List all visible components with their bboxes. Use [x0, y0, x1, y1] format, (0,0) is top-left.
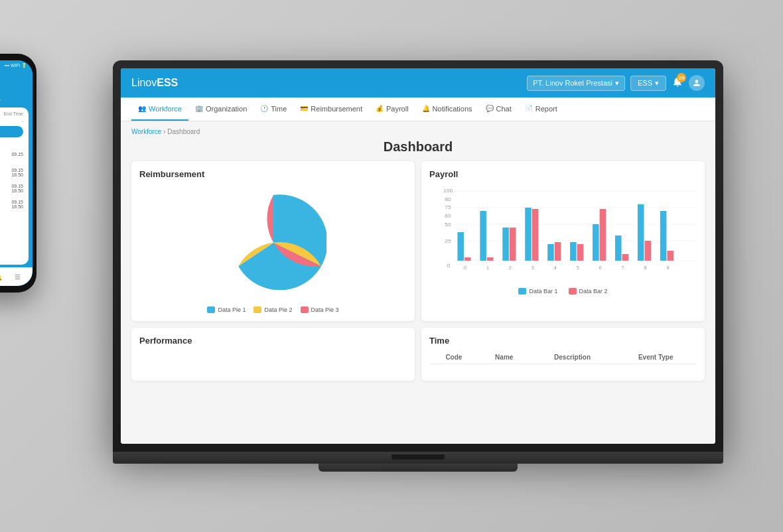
payroll-icon: 💰	[376, 105, 384, 112]
breadcrumb-parent[interactable]: Workforce	[131, 128, 161, 135]
pie2-color	[253, 306, 261, 313]
user-avatar[interactable]	[689, 75, 705, 91]
nav-chat[interactable]: 💬 Chat	[479, 98, 518, 121]
svg-rect-37	[645, 241, 652, 261]
attendance-item-2: 07 November 2021 Clock In09.15 Clock Out…	[0, 163, 23, 177]
phone-status-bar: 9:41 ▪▪▪ WiFi 🔋	[0, 60, 33, 71]
legend-pie-2: Data Pie 2	[253, 306, 292, 313]
svg-rect-39	[660, 211, 667, 261]
svg-text:4: 4	[554, 265, 557, 271]
col-event-type: Event Type	[614, 351, 697, 364]
pie3-color	[301, 306, 309, 313]
nav-reimbursement[interactable]: 💳 Reimbursement	[293, 98, 369, 121]
svg-text:75: 75	[445, 204, 451, 210]
phone-clock: 14.17	[0, 82, 27, 96]
chevron-down-icon-ess: ▾	[655, 79, 659, 88]
svg-text:0: 0	[464, 265, 466, 271]
menu-nav-icon[interactable]: ☰	[12, 271, 23, 282]
recent-attendance-label: Recent attendance	[0, 140, 23, 146]
dashboard-grid: Reimbursement	[131, 161, 705, 381]
svg-rect-19	[510, 228, 516, 261]
svg-rect-13	[464, 257, 471, 261]
main-content: Workforce › Dashboard Dashboard Reimburs…	[121, 121, 715, 444]
main-navigation: 👥 Workforce 🏢 Organization 🕐 Time 💳 Reim…	[121, 98, 715, 121]
svg-text:60: 60	[445, 213, 451, 219]
payroll-card: Payroll 100 80 75 60 50 25	[421, 161, 705, 321]
legend-pie-1: Data Pie 1	[207, 306, 246, 313]
svg-rect-33	[615, 235, 622, 261]
svg-text:8: 8	[644, 265, 646, 271]
legend-pie-3: Data Pie 3	[301, 306, 339, 313]
col-description: Description	[530, 351, 615, 364]
page-title: Dashboard	[131, 139, 705, 155]
nav-organization[interactable]: 🏢 Organization	[188, 98, 253, 121]
performance-title: Performance	[139, 336, 407, 346]
bar1-color	[518, 288, 526, 295]
svg-text:2: 2	[509, 265, 512, 271]
company-selector[interactable]: PT. Linov Roket Prestasi ▾	[527, 76, 625, 91]
org-icon: 🏢	[195, 105, 203, 112]
svg-text:7: 7	[622, 265, 624, 271]
pie-chart-container: Data Pie 1 Data Pie 2 Data Pie 3	[139, 184, 407, 313]
svg-rect-40	[667, 251, 674, 261]
svg-rect-16	[487, 257, 494, 261]
bar2-color	[569, 288, 577, 295]
nav-time[interactable]: 🕐 Time	[253, 98, 293, 121]
report-icon: 📄	[525, 105, 533, 112]
nav-report[interactable]: 📄 Report	[518, 98, 564, 121]
clock-in-button[interactable]: Clock In	[0, 126, 23, 137]
attendance-item-3: 06 November 2021 Clock In09.15 Clock Out…	[0, 179, 23, 193]
app-logo: LinovESS	[131, 77, 178, 89]
svg-text:5: 5	[577, 265, 579, 271]
notification-icon[interactable]: 29	[672, 76, 683, 90]
notification-badge: 29	[677, 73, 686, 82]
svg-rect-15	[480, 211, 486, 261]
bar-chart-container: 100 80 75 60 50 25 0	[429, 184, 697, 284]
nav-notifications[interactable]: 🔔 Notifications	[415, 98, 479, 121]
svg-text:3: 3	[532, 265, 534, 271]
pie-legend: Data Pie 1 Data Pie 2 Data Pie 3	[207, 306, 338, 313]
phone-attendance-header: Live Attendance	[0, 74, 27, 80]
bell-nav-icon[interactable]: 🔔	[0, 271, 3, 282]
svg-rect-34	[622, 254, 629, 261]
phone-bottom-nav: ⌂ 👤 ⏱ 🔔 ☰	[0, 267, 33, 286]
workforce-icon: 👥	[138, 105, 146, 112]
app-header: LinovESS PT. Linov Roket Prestasi ▾ ESS …	[121, 68, 715, 98]
reimbursement-card: Reimbursement	[131, 161, 415, 321]
phone-signal: ▪▪▪ WiFi 🔋	[5, 63, 27, 68]
end-time-val: -	[22, 119, 23, 123]
attendance-item-1: 08 November 2021 Clock In09.15 Clock Out	[0, 147, 23, 161]
breadcrumb-current: Dashboard	[167, 128, 200, 135]
nav-payroll[interactable]: 💰 Payroll	[369, 98, 415, 121]
phone-header: Live Attendance 14.17 Monday, 08 Nov 202…	[0, 71, 33, 105]
legend-bar-1: Data Bar 1	[518, 288, 557, 295]
time-table: Code Name Description Event Type	[429, 351, 697, 364]
svg-text:1: 1	[486, 265, 489, 271]
notif-nav-icon: 🔔	[422, 105, 430, 112]
svg-text:80: 80	[445, 196, 451, 202]
svg-rect-28	[577, 244, 584, 261]
time-card-title: Time	[429, 336, 697, 346]
svg-rect-31	[600, 209, 606, 261]
col-code: Code	[429, 351, 478, 364]
time-icon: 🕐	[260, 105, 268, 112]
nav-workforce[interactable]: 👥 Workforce	[131, 98, 188, 121]
svg-rect-30	[593, 224, 599, 261]
header-right: PT. Linov Roket Prestasi ▾ ESS ▾ 29	[527, 75, 705, 91]
svg-text:50: 50	[445, 222, 451, 228]
svg-rect-22	[532, 209, 539, 261]
bar-legend: Data Bar 1 Data Bar 2	[429, 288, 697, 295]
svg-rect-36	[638, 204, 644, 261]
laptop-frame: LinovESS PT. Linov Roket Prestasi ▾ ESS …	[113, 60, 723, 472]
reimb-icon: 💳	[300, 105, 308, 112]
svg-rect-21	[525, 208, 532, 261]
svg-text:6: 6	[599, 265, 602, 271]
payroll-title: Payroll	[429, 169, 697, 179]
laptop-screen: LinovESS PT. Linov Roket Prestasi ▾ ESS …	[121, 68, 715, 444]
svg-text:0: 0	[447, 263, 451, 269]
breadcrumb: Workforce › Dashboard	[131, 128, 705, 135]
phone-attendance-card: Start Time End Time - - Clock In Recent …	[0, 107, 29, 265]
col-name: Name	[478, 351, 530, 364]
performance-card: Performance	[131, 328, 415, 381]
ess-button[interactable]: ESS ▾	[630, 76, 666, 91]
